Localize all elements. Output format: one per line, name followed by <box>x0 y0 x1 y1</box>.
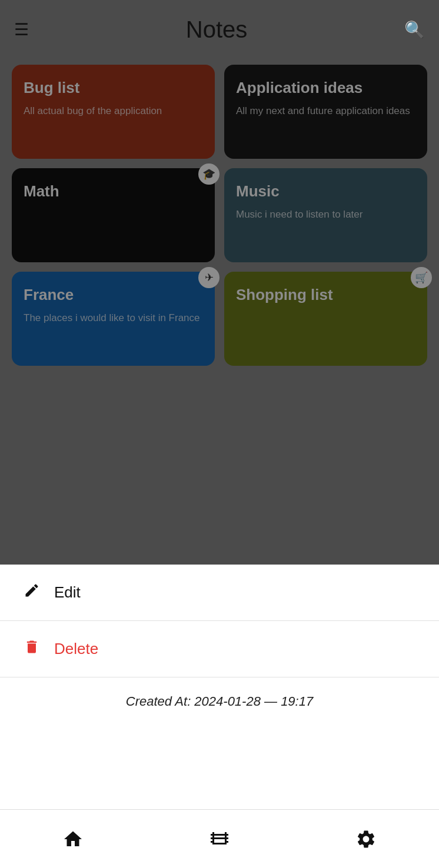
delete-label: Delete <box>54 640 98 658</box>
nav-home[interactable] <box>49 816 97 863</box>
search-icon[interactable]: 🔍 <box>404 20 425 39</box>
edit-icon <box>24 582 40 603</box>
dim-overlay <box>0 0 439 565</box>
nav-settings[interactable] <box>342 816 390 863</box>
trash-icon <box>24 639 40 659</box>
created-at: Created At: 2024-01-28 — 19:17 <box>0 677 439 726</box>
bottom-navigation <box>0 809 439 868</box>
edit-menu-item[interactable]: Edit <box>0 565 439 620</box>
edit-label: Edit <box>54 583 81 602</box>
context-menu-sheet: Edit Delete Created At: 2024-01-28 — 19:… <box>0 565 439 726</box>
notes-screen: ☰ Notes 🔍 Bug list All actual bug of the… <box>0 0 439 565</box>
menu-icon[interactable]: ☰ <box>14 20 29 39</box>
page-title: Notes <box>186 16 248 43</box>
nav-hashtag[interactable] <box>196 816 243 863</box>
delete-menu-item[interactable]: Delete <box>0 621 439 677</box>
header: ☰ Notes 🔍 <box>0 0 439 59</box>
